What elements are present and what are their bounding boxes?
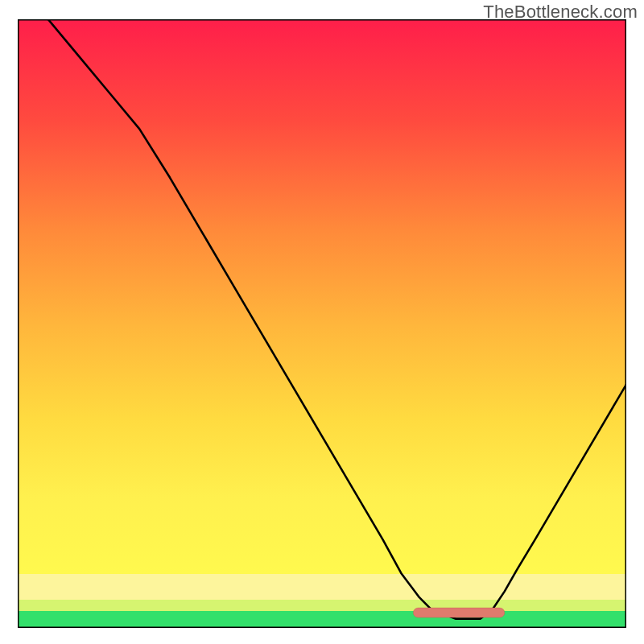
band-light-yellow bbox=[19, 574, 625, 600]
chart-svg bbox=[18, 19, 626, 628]
gradient-background bbox=[19, 20, 625, 574]
band-green bbox=[19, 611, 625, 627]
optimum-marker bbox=[413, 608, 504, 617]
band-green-glow bbox=[19, 600, 625, 611]
bottleneck-chart bbox=[18, 19, 626, 628]
